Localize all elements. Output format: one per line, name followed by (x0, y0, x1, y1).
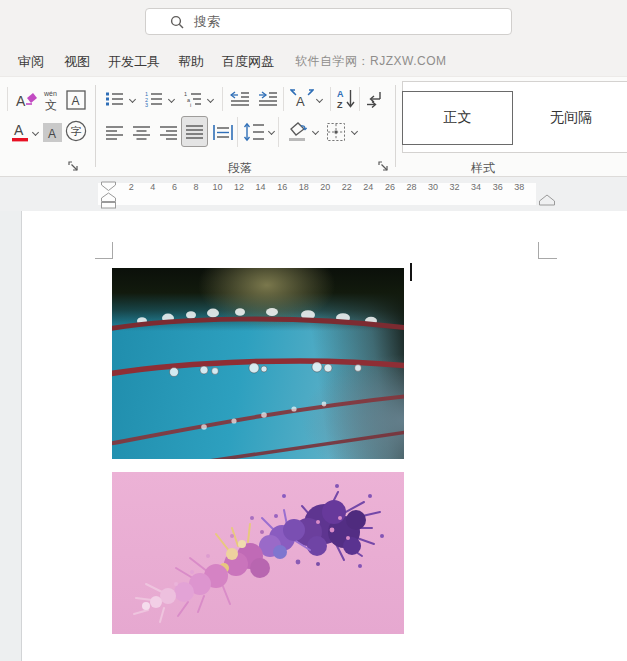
shading-dropdown[interactable] (312, 128, 319, 135)
svg-text:A: A (48, 126, 56, 140)
align-left-button[interactable] (104, 121, 126, 143)
brand-text: 软件自学网：RJZXW.COM (295, 47, 447, 76)
margin-mark-top-right (538, 242, 539, 259)
character-shading-button[interactable]: A (42, 120, 62, 144)
borders-button[interactable] (324, 120, 348, 144)
ruler-number: 28 (404, 182, 418, 192)
distributed-button[interactable] (211, 121, 235, 143)
align-left-icon (106, 125, 124, 140)
svg-text:A: A (296, 94, 305, 109)
tab-baidu-netdisk[interactable]: 百度网盘 (222, 47, 274, 76)
show-hide-marks-icon (365, 90, 385, 108)
phonetic-guide-button[interactable]: wén 文 (40, 87, 62, 113)
bullets-dropdown[interactable] (129, 96, 136, 103)
tab-review[interactable]: 审阅 (18, 47, 44, 76)
tab-help[interactable]: 帮助 (178, 47, 204, 76)
clear-formatting-icon: A (14, 89, 38, 111)
ruler-number: 30 (426, 182, 440, 192)
tab-view[interactable]: 视图 (64, 47, 90, 76)
justify-button[interactable] (181, 116, 208, 147)
align-right-button[interactable] (158, 121, 180, 143)
font-dialog-launcher[interactable] (68, 161, 80, 173)
hanging-indent-marker[interactable] (102, 193, 116, 202)
separator (222, 87, 223, 111)
decrease-indent-button[interactable] (228, 87, 252, 111)
multilevel-list-icon: 1 a i (184, 91, 202, 107)
sort-button[interactable]: A Z (335, 86, 357, 112)
ruler-number: 36 (491, 182, 505, 192)
separator (278, 117, 279, 147)
style-normal-label: 正文 (444, 109, 472, 127)
character-scaling-button[interactable]: A (289, 86, 315, 112)
group-separator (395, 85, 396, 167)
numbering-dropdown[interactable] (168, 96, 175, 103)
borders-icon (326, 122, 346, 142)
svg-text:文: 文 (45, 98, 57, 112)
paragraph-dialog-launcher[interactable] (378, 161, 390, 173)
separator (283, 87, 284, 111)
ruler-number: 38 (512, 182, 526, 192)
svg-text:3: 3 (145, 102, 148, 107)
ruler-number: 20 (318, 182, 332, 192)
svg-text:Z: Z (337, 100, 343, 110)
margin-mark-top-left (95, 258, 113, 259)
line-spacing-dropdown[interactable] (268, 128, 275, 135)
horizontal-ruler[interactable]: 2468101214161820222426283032343638 (0, 177, 627, 211)
line-spacing-button[interactable] (242, 119, 266, 145)
style-no-spacing[interactable]: 无间隔 (513, 91, 627, 145)
styles-gallery: 正文 无间隔 (402, 81, 627, 153)
multilevel-list-dropdown[interactable] (207, 96, 214, 103)
increase-indent-button[interactable] (256, 87, 280, 111)
font-color-button[interactable]: A (8, 118, 32, 146)
character-scaling-dropdown[interactable] (316, 96, 323, 103)
svg-text:wén: wén (43, 90, 57, 97)
shading-button[interactable] (284, 119, 310, 145)
align-center-button[interactable] (131, 121, 153, 143)
character-border-icon: A (66, 90, 86, 110)
sort-icon: A Z (336, 88, 356, 110)
bullets-icon (106, 91, 124, 107)
numbering-button[interactable]: 1 2 3 (143, 87, 165, 111)
font-color-icon: A (10, 120, 30, 144)
search-placeholder: 搜索 (194, 13, 220, 31)
enclose-characters-button[interactable]: 字 (64, 118, 88, 144)
ribbon: A wén 文 A A A (0, 77, 627, 177)
justify-icon (186, 124, 204, 139)
character-shading-icon: A (43, 123, 62, 142)
ruler-number: 18 (297, 182, 311, 192)
svg-text:A: A (14, 122, 24, 138)
style-normal[interactable]: 正文 (402, 91, 513, 145)
bullets-button[interactable] (104, 87, 126, 111)
clear-formatting-button[interactable]: A (12, 87, 39, 113)
multilevel-list-button[interactable]: 1 a i (182, 87, 204, 111)
paragraph-group-label: 段落 (95, 160, 385, 177)
left-indent-marker[interactable] (102, 203, 116, 209)
image-red-twigs-water-drops[interactable] (112, 268, 404, 459)
align-center-icon (133, 125, 151, 140)
separator (237, 117, 238, 147)
right-indent-marker[interactable] (538, 194, 556, 206)
text-cursor (410, 263, 412, 281)
font-color-dropdown[interactable] (32, 129, 39, 136)
tab-developer[interactable]: 开发工具 (108, 47, 160, 76)
ruler-number: 14 (254, 182, 268, 192)
twigs-overlay (112, 268, 404, 459)
separator (7, 87, 8, 111)
ruler-number: 22 (340, 182, 354, 192)
svg-text:i: i (190, 102, 191, 107)
svg-text:字: 字 (71, 125, 82, 137)
ruler-number: 6 (167, 182, 181, 192)
search-input[interactable]: 搜索 (145, 8, 512, 35)
indent-markers[interactable] (100, 181, 117, 209)
image-purple-flower[interactable] (112, 472, 404, 634)
document-area (0, 211, 627, 661)
enclose-characters-icon: 字 (65, 120, 87, 142)
character-border-button[interactable]: A (64, 87, 88, 113)
search-icon (170, 15, 184, 29)
show-hide-marks-button[interactable] (364, 87, 386, 111)
ruler-number: 8 (189, 182, 203, 192)
first-line-indent-marker[interactable] (102, 182, 116, 191)
ruler-number: 12 (232, 182, 246, 192)
margin-mark-top-right (538, 258, 557, 259)
borders-dropdown[interactable] (351, 128, 358, 135)
